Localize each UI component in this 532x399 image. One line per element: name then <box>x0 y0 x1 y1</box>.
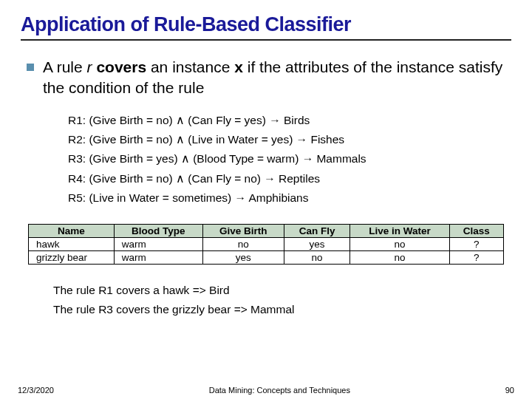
col-birth: Give Birth <box>202 225 284 238</box>
rules-block: R1: (Give Birth = no) ∧ (Can Fly = yes) … <box>68 111 511 208</box>
cell-birth: no <box>202 238 284 251</box>
data-table: Name Blood Type Give Birth Can Fly Live … <box>28 224 504 265</box>
cell-birth: yes <box>202 251 284 265</box>
bullet-mid: an instance <box>146 58 234 75</box>
conclusion-line: The rule R1 covers a hawk => Bird <box>53 281 511 300</box>
cell-water: no <box>350 251 449 265</box>
main-bullet: A rule r covers an instance x if the att… <box>21 57 511 99</box>
cell-water: no <box>350 238 449 251</box>
cell-class: ? <box>449 251 503 265</box>
table-header-row: Name Blood Type Give Birth Can Fly Live … <box>29 225 504 238</box>
rule-line: R3: (Give Birth = yes) ∧ (Blood Type = w… <box>68 149 511 168</box>
bullet-text: A rule r covers an instance x if the att… <box>43 57 511 99</box>
cell-name: grizzly bear <box>29 251 115 265</box>
footer-source: Data Mining: Concepts and Techniques <box>54 386 505 395</box>
cell-fly: no <box>284 251 350 265</box>
conclusion-line: The rule R3 covers the grizzly bear => M… <box>53 300 511 319</box>
bullet-pre: A rule <box>43 58 87 75</box>
col-blood: Blood Type <box>114 225 202 238</box>
cell-blood: warm <box>114 238 202 251</box>
rule-line: R5: (Live in Water = sometimes) → Amphib… <box>68 188 511 208</box>
title-underline <box>21 39 511 41</box>
footer-page: 90 <box>505 386 514 395</box>
col-fly: Can Fly <box>284 225 350 238</box>
table-row: hawk warm no yes no ? <box>29 238 504 251</box>
rule-line: R1: (Give Birth = no) ∧ (Can Fly = yes) … <box>68 111 511 130</box>
col-name: Name <box>29 225 115 238</box>
cell-blood: warm <box>114 251 202 265</box>
bullet-x: x <box>234 58 243 75</box>
footer: 12/3/2020 Data Mining: Concepts and Tech… <box>0 386 532 395</box>
square-bullet-icon <box>27 64 34 71</box>
bullet-r: r <box>87 58 92 75</box>
data-table-wrap: Name Blood Type Give Birth Can Fly Live … <box>28 224 504 265</box>
conclusions-block: The rule R1 covers a hawk => Bird The ru… <box>53 281 511 318</box>
slide-title: Application of Rule-Based Classifier <box>21 13 511 36</box>
bullet-covers: covers <box>92 58 147 75</box>
table-row: grizzly bear warm yes no no ? <box>29 251 504 265</box>
col-class: Class <box>449 225 503 238</box>
footer-date: 12/3/2020 <box>18 386 54 395</box>
cell-class: ? <box>449 238 503 251</box>
rule-line: R4: (Give Birth = no) ∧ (Can Fly = no) →… <box>68 169 511 188</box>
rule-line: R2: (Give Birth = no) ∧ (Live in Water =… <box>68 130 511 149</box>
cell-name: hawk <box>29 238 115 251</box>
col-water: Live in Water <box>350 225 449 238</box>
cell-fly: yes <box>284 238 350 251</box>
